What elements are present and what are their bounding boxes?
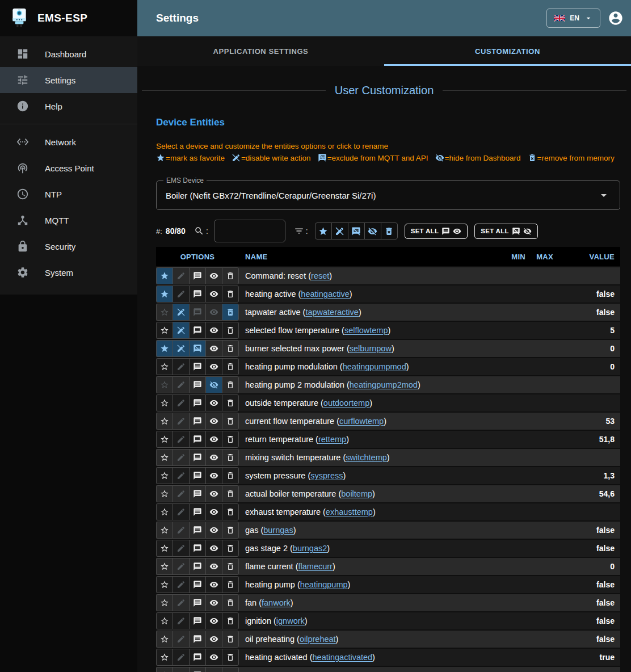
write-toggle[interactable] — [173, 631, 190, 648]
mqtt-exclude-toggle[interactable] — [189, 413, 206, 430]
favorite-toggle[interactable] — [156, 485, 173, 502]
mqtt-exclude-toggle[interactable] — [189, 322, 206, 339]
write-toggle[interactable] — [173, 540, 190, 557]
filter-eye-off-button[interactable] — [364, 222, 381, 240]
sidebar-item-network[interactable]: Network — [0, 129, 137, 155]
entity-code-link[interactable]: flamecurr — [298, 562, 332, 571]
favorite-toggle[interactable] — [156, 576, 173, 593]
sidebar-item-settings[interactable]: Settings — [0, 67, 137, 93]
language-selector[interactable]: EN — [546, 9, 600, 28]
delete-toggle[interactable] — [222, 485, 239, 502]
favorite-toggle[interactable] — [156, 394, 173, 411]
write-toggle[interactable] — [173, 285, 190, 303]
write-toggle[interactable] — [173, 558, 190, 575]
delete-toggle[interactable] — [222, 649, 239, 666]
favorite-toggle[interactable] — [156, 449, 173, 466]
favorite-toggle[interactable] — [156, 522, 173, 539]
mqtt-exclude-toggle[interactable] — [189, 667, 206, 672]
visibility-toggle[interactable] — [205, 540, 222, 557]
mqtt-exclude-toggle[interactable] — [189, 649, 206, 666]
delete-toggle[interactable] — [222, 285, 239, 303]
visibility-toggle[interactable] — [205, 467, 222, 484]
favorite-toggle[interactable] — [156, 612, 173, 629]
delete-toggle[interactable] — [222, 449, 239, 466]
visibility-toggle[interactable] — [205, 394, 222, 411]
delete-toggle[interactable] — [222, 667, 239, 672]
mqtt-exclude-toggle[interactable] — [189, 340, 206, 357]
visibility-toggle[interactable] — [205, 522, 222, 539]
visibility-toggle[interactable] — [205, 558, 222, 575]
favorite-toggle[interactable] — [156, 413, 173, 430]
entity-code-link[interactable]: outdoortemp — [323, 398, 369, 408]
write-toggle[interactable] — [173, 267, 190, 284]
entity-code-link[interactable]: heatingactive — [301, 289, 349, 299]
sidebar-item-ntp[interactable]: NTP — [0, 181, 137, 207]
entity-code-link[interactable]: burngas — [263, 526, 293, 535]
visibility-toggle[interactable] — [205, 285, 222, 303]
write-toggle[interactable] — [173, 649, 190, 666]
delete-toggle[interactable] — [222, 540, 239, 557]
favorite-toggle[interactable] — [156, 358, 173, 375]
visibility-toggle[interactable] — [205, 667, 222, 672]
entity-code-link[interactable]: tapwateractive — [305, 308, 359, 317]
visibility-toggle[interactable] — [205, 340, 222, 357]
write-toggle[interactable] — [173, 667, 190, 672]
set-all-show-button[interactable]: SET ALL — [405, 224, 468, 239]
favorite-toggle[interactable] — [156, 503, 173, 520]
set-all-hide-button[interactable]: SET ALL — [474, 224, 538, 239]
sidebar-item-dashboard[interactable]: Dashboard — [0, 41, 137, 67]
entity-code-link[interactable]: reset — [311, 271, 329, 280]
favorite-toggle[interactable] — [156, 649, 173, 666]
filter-comment-off-button[interactable] — [348, 222, 365, 240]
sidebar-item-mqtt[interactable]: MQTT — [0, 207, 137, 233]
write-toggle[interactable] — [173, 449, 190, 466]
write-toggle[interactable] — [173, 576, 190, 593]
entity-code-link[interactable]: selflowtemp — [344, 326, 388, 335]
delete-toggle[interactable] — [222, 304, 239, 321]
favorite-toggle[interactable] — [156, 631, 173, 648]
visibility-toggle[interactable] — [205, 576, 222, 593]
write-toggle[interactable] — [173, 522, 190, 539]
favorite-toggle[interactable] — [156, 667, 173, 672]
search-input[interactable] — [214, 220, 285, 242]
write-toggle[interactable] — [173, 431, 190, 448]
visibility-toggle[interactable] — [205, 322, 222, 339]
delete-toggle[interactable] — [222, 394, 239, 411]
visibility-toggle[interactable] — [205, 431, 222, 448]
favorite-toggle[interactable] — [156, 322, 173, 339]
entity-code-link[interactable]: burngas2 — [293, 544, 327, 553]
entity-code-link[interactable]: selburnpow — [350, 344, 392, 353]
write-toggle[interactable] — [173, 376, 190, 393]
entity-code-link[interactable]: curflowtemp — [339, 417, 384, 426]
favorite-toggle[interactable] — [156, 431, 173, 448]
ems-device-select[interactable]: EMS Device Boiler (Nefit GBx72/Trendline… — [156, 180, 620, 210]
mqtt-exclude-toggle[interactable] — [189, 285, 206, 303]
mqtt-exclude-toggle[interactable] — [189, 631, 206, 648]
delete-toggle[interactable] — [222, 376, 239, 393]
entity-code-link[interactable]: rettemp — [318, 435, 346, 444]
mqtt-exclude-toggle[interactable] — [189, 394, 206, 411]
delete-toggle[interactable] — [222, 340, 239, 357]
mqtt-exclude-toggle[interactable] — [189, 576, 206, 593]
write-toggle[interactable] — [173, 594, 190, 611]
entity-code-link[interactable]: switchtemp — [346, 453, 387, 462]
sidebar-item-access-point[interactable]: Access Point — [0, 155, 137, 181]
mqtt-exclude-toggle[interactable] — [189, 522, 206, 539]
write-toggle[interactable] — [173, 413, 190, 430]
write-toggle[interactable] — [173, 304, 190, 321]
favorite-toggle[interactable] — [156, 540, 173, 557]
entity-code-link[interactable]: ignwork — [276, 616, 305, 625]
filter-star-button[interactable] — [315, 222, 332, 240]
filter-trash-x-button[interactable] — [381, 222, 398, 240]
delete-toggle[interactable] — [222, 503, 239, 520]
mqtt-exclude-toggle[interactable] — [189, 503, 206, 520]
mqtt-exclude-toggle[interactable] — [189, 267, 206, 284]
entity-code-link[interactable]: heatingpump2mod — [350, 380, 418, 389]
tab-customization[interactable]: CUSTOMIZATION — [384, 36, 631, 66]
visibility-toggle[interactable] — [205, 267, 222, 284]
favorite-toggle[interactable] — [156, 594, 173, 611]
visibility-toggle[interactable] — [205, 376, 222, 393]
mqtt-exclude-toggle[interactable] — [189, 558, 206, 575]
sidebar-item-security[interactable]: Security — [0, 233, 137, 259]
write-toggle[interactable] — [173, 358, 190, 375]
